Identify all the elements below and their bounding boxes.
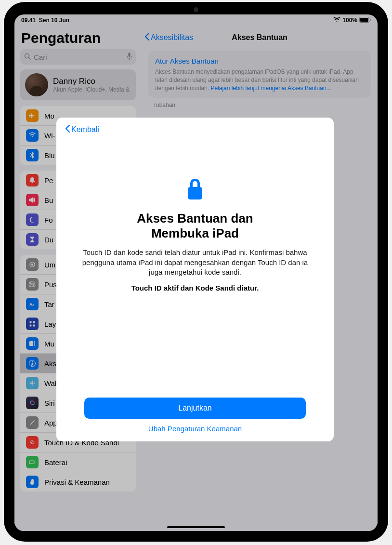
home-indicator[interactable] bbox=[167, 526, 225, 528]
modal-back[interactable]: Kembali bbox=[65, 124, 325, 135]
modal-status: Touch ID aktif dan Kode Sandi diatur. bbox=[131, 284, 259, 292]
front-camera bbox=[194, 7, 198, 12]
modal-title: Akses Bantuan danMembuka iPad bbox=[137, 211, 253, 241]
svg-rect-32 bbox=[188, 187, 202, 199]
screen: 09.41 Sen 10 Jun 100% Pengaturan Cari bbox=[14, 14, 378, 531]
lock-icon bbox=[185, 177, 205, 203]
chevron-left-icon bbox=[65, 124, 70, 135]
continue-button[interactable]: Lanjutkan bbox=[84, 398, 306, 419]
setup-modal: Kembali Akses Bantuan danMembuka iPad To… bbox=[56, 118, 334, 441]
modal-body: Touch ID dan kode sandi telah diatur unt… bbox=[65, 248, 325, 277]
change-security-link[interactable]: Ubah Pengaturan Keamanan bbox=[65, 425, 325, 433]
